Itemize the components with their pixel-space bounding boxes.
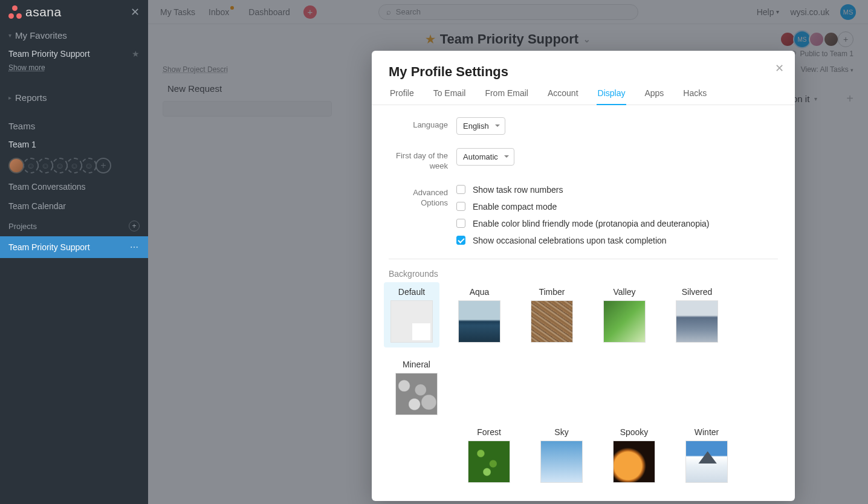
avatar-placeholder[interactable]: ☺ — [37, 158, 53, 173]
check-label: Show task row numbers — [473, 185, 563, 195]
favorites-label: My Favorites — [15, 30, 67, 40]
show-more-link[interactable]: Show more — [0, 63, 148, 78]
tab-hacks[interactable]: Hacks — [682, 88, 708, 105]
team-name: Team 1 — [8, 140, 36, 149]
bg-label: Winter — [695, 427, 719, 437]
tab-account[interactable]: Account — [546, 88, 580, 105]
avatar-placeholder[interactable]: ☺ — [81, 158, 97, 173]
add-project-button[interactable]: + — [129, 221, 140, 231]
display-form: Language English First day of the week A… — [372, 105, 795, 245]
tab-apps[interactable]: Apps — [643, 88, 665, 105]
advanced-options-label: Advanced Options — [389, 185, 456, 208]
background-spooky[interactable]: Spooky — [606, 427, 662, 483]
divider — [389, 259, 778, 259]
caret-down-icon: ▾ — [8, 32, 11, 39]
check-label: Enable compact mode — [473, 202, 557, 212]
background-aqua[interactable]: Aqua — [452, 287, 507, 343]
checkbox-icon — [456, 219, 465, 228]
brand-name: asana — [25, 5, 62, 19]
bg-thumb-icon — [540, 441, 583, 483]
add-member-button[interactable]: + — [96, 158, 111, 173]
background-mineral[interactable]: Mineral — [389, 360, 444, 415]
team-conversations-link[interactable]: Team Conversations — [0, 177, 148, 196]
bg-label: Forest — [477, 427, 501, 437]
bg-thumb-icon — [613, 441, 655, 483]
profile-settings-modal: ✕ My Profile Settings Profile To Email F… — [372, 51, 795, 501]
favorite-item[interactable]: Team Priority Support ★ — [0, 44, 148, 63]
bg-label: Spooky — [620, 427, 649, 437]
first-day-select[interactable]: Automatic — [456, 148, 514, 166]
reports-header[interactable]: ▸ Reports — [0, 89, 148, 106]
sidebar-project-label: Team Priority Support — [8, 242, 90, 252]
bg-label: Mineral — [403, 360, 430, 369]
app-root: asana ✕ ▾ My Favorites Team Priority Sup… — [0, 0, 868, 504]
background-default[interactable]: Default — [384, 282, 439, 347]
bg-label: Default — [398, 287, 425, 297]
favorite-item-label: Team Priority Support — [8, 49, 90, 59]
language-label: Language — [389, 117, 456, 131]
favorites-header[interactable]: ▾ My Favorites — [0, 27, 148, 44]
backgrounds-grid: Default Aqua Timber Valley Silvered — [372, 287, 795, 415]
teams-header[interactable]: Teams — [0, 117, 148, 135]
bg-label: Aqua — [470, 287, 490, 297]
avatar-placeholder[interactable]: ☺ — [52, 158, 68, 173]
background-winter[interactable]: Winter — [679, 427, 734, 483]
close-modal-button[interactable]: ✕ — [775, 62, 784, 75]
check-celebrations[interactable]: Show occasional celebrations upon task c… — [456, 236, 709, 245]
bg-thumb-icon — [676, 300, 718, 343]
bg-label: Valley — [613, 287, 635, 297]
backgrounds-grid-row2: Forest Sky Spooky Winter — [372, 427, 795, 483]
team-calendar-link[interactable]: Team Calendar — [0, 196, 148, 216]
tab-from-email[interactable]: From Email — [484, 88, 530, 105]
bg-thumb-icon — [395, 373, 438, 415]
caret-right-icon: ▸ — [8, 94, 11, 101]
tab-display[interactable]: Display — [597, 88, 627, 105]
sidebar-project-item[interactable]: Team Priority Support ⋯ — [0, 236, 148, 258]
background-forest[interactable]: Forest — [461, 427, 517, 483]
checkbox-icon — [456, 202, 465, 211]
bg-thumb-icon — [468, 441, 510, 483]
team-avatars: ☺ ☺ ☺ ☺ ☺ + — [0, 154, 148, 177]
bg-label: Timber — [539, 287, 565, 297]
language-select[interactable]: English — [456, 117, 505, 135]
check-compact[interactable]: Enable compact mode — [456, 202, 709, 212]
first-day-label: First day of the week — [389, 148, 456, 172]
avatar[interactable] — [8, 158, 24, 173]
bg-thumb-icon — [685, 441, 728, 483]
bg-label: Sky — [554, 427, 568, 437]
asana-logo-icon — [8, 5, 22, 19]
projects-header: Projects + — [0, 216, 148, 236]
checkbox-checked-icon — [456, 236, 465, 245]
checkbox-icon — [456, 185, 465, 194]
modal-tabs: Profile To Email From Email Account Disp… — [372, 88, 795, 105]
modal-title: My Profile Settings — [372, 64, 795, 88]
background-timber[interactable]: Timber — [524, 287, 580, 343]
check-label: Enable color blind friendly mode (protan… — [473, 219, 709, 228]
sidebar: asana ✕ ▾ My Favorites Team Priority Sup… — [0, 0, 148, 504]
project-menu-icon[interactable]: ⋯ — [130, 242, 140, 252]
bg-thumb-icon — [531, 300, 573, 343]
star-icon: ★ — [132, 49, 140, 59]
background-sky[interactable]: Sky — [534, 427, 589, 483]
bg-thumb-icon — [390, 300, 433, 343]
tab-to-email[interactable]: To Email — [432, 88, 467, 105]
teams-label: Teams — [8, 121, 35, 131]
projects-label: Projects — [8, 222, 37, 231]
avatar-placeholder[interactable]: ☺ — [23, 158, 39, 173]
bg-label: Silvered — [682, 287, 713, 297]
reports-label: Reports — [15, 92, 47, 103]
tab-profile[interactable]: Profile — [389, 88, 415, 105]
bg-thumb-icon — [458, 300, 500, 343]
team-item[interactable]: Team 1 — [0, 135, 148, 154]
main-area: My Tasks Inbox Dashboard + ⌕ Search Help… — [148, 0, 868, 504]
avatar-placeholder[interactable]: ☺ — [66, 158, 82, 173]
check-colorblind[interactable]: Enable color blind friendly mode (protan… — [456, 219, 709, 228]
collapse-sidebar-button[interactable]: ✕ — [131, 5, 140, 19]
background-valley[interactable]: Valley — [597, 287, 652, 343]
bg-thumb-icon — [603, 300, 646, 343]
brand-logo[interactable]: asana — [8, 5, 62, 19]
background-silvered[interactable]: Silvered — [669, 287, 725, 343]
advanced-options-group: Show task row numbers Enable compact mod… — [456, 185, 709, 245]
check-row-numbers[interactable]: Show task row numbers — [456, 185, 709, 195]
check-label: Show occasional celebrations upon task c… — [473, 236, 667, 245]
